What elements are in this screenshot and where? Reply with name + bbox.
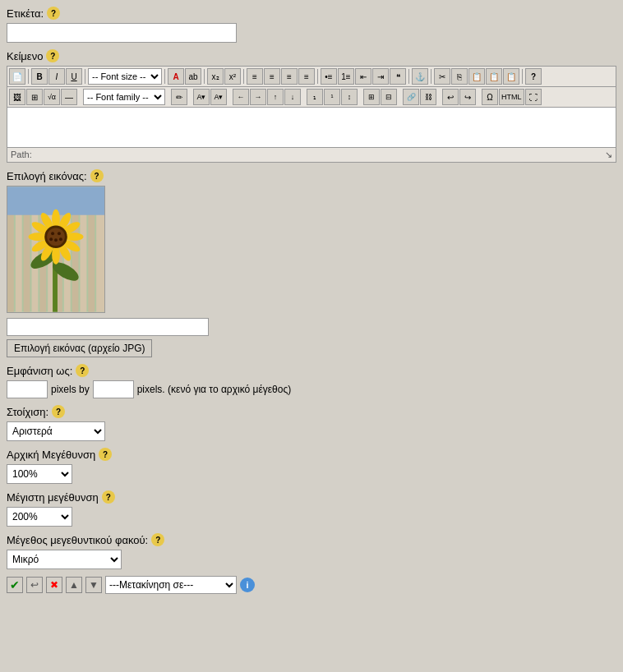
keimeno-help-icon[interactable]: ? — [46, 49, 59, 62]
emfanisi-label: Εμφάνιση ως: — [7, 365, 72, 377]
color-btn[interactable]: A — [168, 68, 184, 85]
table3-btn[interactable]: ⊟ — [381, 89, 397, 105]
resize-handle[interactable]: ↘ — [605, 150, 612, 160]
megisti-section: Μέγιστη μεγέθυνση ? 200% 100% 150% 300% — [7, 490, 616, 527]
fakos-select[interactable]: Μικρό Μεσαίο Μεγάλο — [7, 550, 122, 569]
cancel-btn[interactable]: ✖ — [46, 577, 62, 593]
sep1 — [28, 69, 29, 84]
style-a-btn[interactable]: A▾ — [193, 89, 210, 105]
arxiki-select[interactable]: 100% 75% 50% 200% — [7, 464, 72, 484]
file-btn[interactable]: 📄 — [9, 68, 25, 85]
svg-rect-10 — [81, 211, 87, 312]
svg-rect-1 — [7, 211, 14, 312]
redo-btn[interactable]: ↪ — [459, 89, 476, 105]
stoixisi-section: Στοίχιση: ? Αριστερά Κέντρο Δεξιά — [7, 405, 616, 441]
cut-btn[interactable]: ✂ — [434, 68, 450, 85]
paste-btn[interactable]: 📋 — [468, 68, 485, 85]
style-b-btn[interactable]: A▾ — [210, 89, 227, 105]
align-center-btn[interactable]: ≡ — [264, 68, 280, 85]
move-down-btn[interactable]: ↓ — [284, 89, 301, 105]
info-icon: i — [240, 578, 255, 592]
blockquote-btn[interactable]: ❝ — [390, 68, 406, 85]
etiketa-help-icon[interactable]: ? — [47, 7, 60, 20]
move-right-btn[interactable]: → — [250, 89, 266, 105]
megisti-help-icon[interactable]: ? — [102, 490, 115, 504]
html-btn[interactable]: HTML — [499, 89, 524, 105]
sep8 — [431, 69, 431, 84]
anchor-btn[interactable]: ⚓ — [412, 68, 428, 85]
editor-content[interactable] — [7, 107, 616, 148]
sep4 — [204, 69, 205, 84]
image-preview — [7, 186, 105, 313]
sep3 — [164, 69, 165, 84]
svg-rect-2 — [16, 211, 22, 312]
hr-btn[interactable]: — — [61, 89, 77, 105]
confirm-btn[interactable]: ✔ — [7, 577, 23, 593]
insert-image-btn[interactable]: 🖼 — [9, 89, 25, 105]
copy-btn[interactable]: ⎘ — [451, 68, 468, 85]
editor-path: Path: ↘ — [7, 148, 616, 163]
edit-btn[interactable]: ✏ — [171, 89, 187, 105]
sub2-btn[interactable]: ₁ — [307, 89, 323, 105]
fullscreen-btn[interactable]: ⛶ — [525, 89, 542, 105]
move-left-btn[interactable]: ← — [233, 89, 249, 105]
bgcolor-btn[interactable]: ab — [185, 68, 201, 85]
keimeno-label: Κείμενο — [7, 50, 43, 62]
width-input[interactable]: 267 — [7, 380, 48, 398]
move-up-action-btn[interactable]: ▲ — [66, 577, 82, 593]
font-size-select[interactable]: -- Font size -- — [88, 68, 162, 85]
sep5 — [243, 69, 244, 84]
paste2-btn[interactable]: 📋 — [486, 68, 502, 85]
align-left-btn[interactable]: ≡ — [247, 68, 263, 85]
megisti-select[interactable]: 200% 100% 150% 300% — [7, 507, 72, 527]
font-family-select[interactable]: -- Font family -- — [83, 89, 165, 105]
unlink-btn[interactable]: ⛓ — [420, 89, 436, 105]
move-select[interactable]: ---Μετακίνηση σε--- — [105, 576, 237, 594]
toolbar-row1: 📄 B I U -- Font size -- A ab x₂ x² ≡ ≡ ≡… — [7, 66, 616, 86]
select-image-btn[interactable]: Επιλογή εικόνας (αρχείο JPG) — [7, 339, 152, 357]
svg-rect-3 — [24, 211, 30, 312]
image-section: Επιλογή εικόνας: ? — [7, 169, 616, 594]
align-right-btn[interactable]: ≡ — [281, 68, 298, 85]
formula-btn[interactable]: √α — [44, 89, 60, 105]
italic-btn[interactable]: I — [48, 68, 65, 85]
svg-point-32 — [58, 232, 61, 235]
stoixisi-select[interactable]: Αριστερά Κέντρο Δεξιά — [7, 421, 105, 441]
image-path-input[interactable] — [7, 318, 209, 336]
sup2-btn[interactable]: ¹ — [324, 89, 340, 105]
ol-btn[interactable]: 1≡ — [338, 68, 354, 85]
ul-btn[interactable]: •≡ — [321, 68, 337, 85]
arxiki-help-icon[interactable]: ? — [99, 448, 112, 461]
move-down-action-btn[interactable]: ▼ — [85, 577, 102, 593]
etiketa-label: Ετικέτα: — [7, 7, 44, 20]
insert-table-btn[interactable]: ⊞ — [26, 89, 43, 105]
undo-action-btn[interactable]: ↩ — [26, 577, 43, 593]
underline-btn[interactable]: U — [66, 68, 82, 85]
paste3-btn[interactable]: 📋 — [503, 68, 519, 85]
anchor2-btn[interactable]: ↕ — [341, 89, 358, 105]
height-input[interactable]: 189 — [93, 380, 134, 398]
arxiki-section: Αρχική Μεγέθυνση ? 100% 75% 50% 200% — [7, 448, 616, 484]
emfanisi-help-icon[interactable]: ? — [76, 364, 89, 377]
omega-btn[interactable]: Ω — [482, 89, 498, 105]
svg-point-30 — [47, 228, 65, 246]
table2-btn[interactable]: ⊞ — [363, 89, 380, 105]
image-help-icon[interactable]: ? — [90, 169, 104, 182]
fakos-help-icon[interactable]: ? — [151, 533, 164, 546]
toolbar-row2: 🖼 ⊞ √α — -- Font family -- ✏ A▾ A▾ ← → ↑… — [7, 86, 616, 107]
move-up-btn[interactable]: ↑ — [267, 89, 284, 105]
svg-point-34 — [49, 237, 53, 241]
path-label: Path: — [11, 150, 32, 160]
bold-btn[interactable]: B — [31, 68, 48, 85]
indent-btn[interactable]: ⇥ — [372, 68, 389, 85]
link-btn[interactable]: 🔗 — [403, 89, 419, 105]
sep9 — [522, 69, 523, 84]
undo-btn[interactable]: ↩ — [442, 89, 459, 105]
etiketa-input[interactable] — [7, 23, 237, 43]
superscript-btn[interactable]: x² — [224, 68, 241, 85]
stoixisi-help-icon[interactable]: ? — [52, 405, 65, 418]
help-btn[interactable]: ? — [525, 68, 542, 85]
outdent-btn[interactable]: ⇤ — [355, 68, 371, 85]
subscript-btn[interactable]: x₂ — [207, 68, 224, 85]
align-justify-btn[interactable]: ≡ — [298, 68, 315, 85]
